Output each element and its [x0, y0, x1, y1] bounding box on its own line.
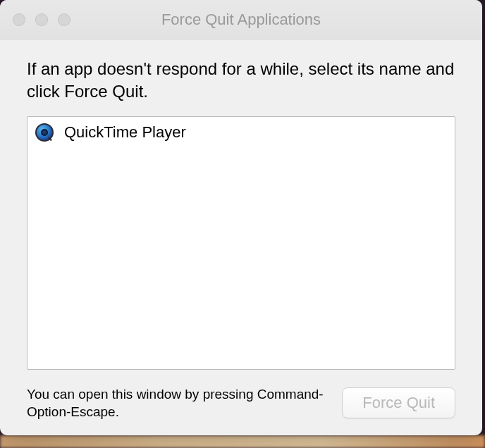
traffic-lights — [0, 13, 70, 26]
svg-point-3 — [42, 130, 47, 135]
minimize-window-button[interactable] — [35, 13, 48, 26]
force-quit-window: Force Quit Applications If an app doesn'… — [0, 0, 482, 435]
window-titlebar[interactable]: Force Quit Applications — [0, 0, 482, 39]
app-row-quicktime[interactable]: QuickTime Player — [27, 117, 455, 148]
instruction-text: If an app doesn't respond for a while, s… — [27, 58, 455, 104]
force-quit-button[interactable]: Force Quit — [342, 387, 455, 418]
application-list[interactable]: QuickTime Player — [27, 116, 455, 370]
window-footer: You can open this window by pressing Com… — [27, 385, 455, 421]
desktop-background-edge — [0, 435, 485, 448]
zoom-window-button[interactable] — [58, 13, 70, 26]
app-name-label: QuickTime Player — [64, 123, 186, 142]
window-title: Force Quit Applications — [0, 11, 482, 29]
keyboard-hint-text: You can open this window by pressing Com… — [27, 385, 328, 421]
window-content: If an app doesn't respond for a while, s… — [0, 39, 482, 435]
close-window-button[interactable] — [13, 13, 25, 26]
quicktime-icon — [35, 123, 54, 142]
